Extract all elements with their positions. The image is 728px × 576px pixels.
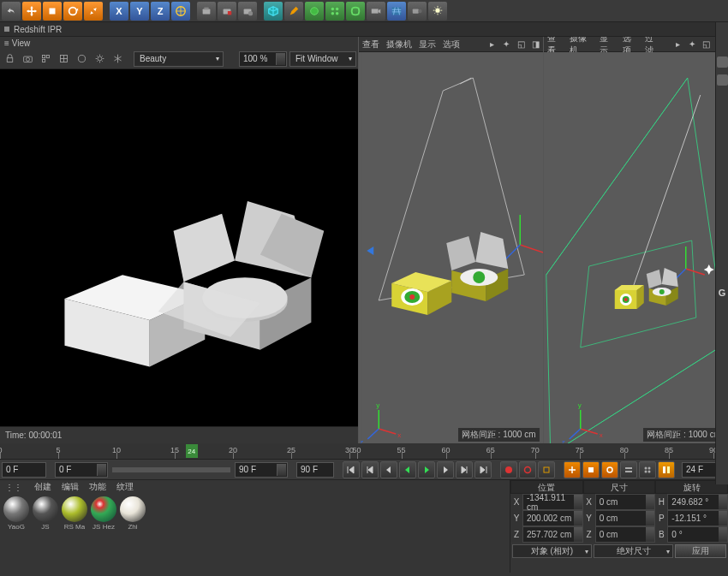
vp-menu-camera[interactable]: 摄像机 (386, 39, 412, 50)
y-axis-button[interactable]: Y (130, 2, 149, 21)
deformer-button[interactable] (346, 2, 365, 21)
gear-icon[interactable] (92, 51, 107, 67)
size-field[interactable]: 0 cm (595, 510, 656, 526)
play-button[interactable] (418, 461, 435, 478)
mat-tab-create[interactable]: 创建 (34, 481, 51, 493)
mat-tab-tex[interactable]: 纹理 (116, 481, 134, 493)
playhead[interactable]: 24 (186, 444, 198, 458)
size-axis-label: Z (583, 526, 595, 543)
last-tool[interactable] (84, 2, 103, 21)
key-pos-button[interactable] (564, 461, 581, 478)
aov-dropdown[interactable]: Beauty (134, 51, 224, 67)
render-settings-button[interactable] (238, 2, 257, 21)
cube-primitive-button[interactable] (264, 2, 283, 21)
pen-tool-button[interactable] (284, 2, 303, 21)
pos-field[interactable]: 257.702 cm (522, 526, 583, 543)
ipr-time: Time: 00:00:01 (5, 431, 62, 440)
vp-nav-icon-2[interactable]: ✦ (503, 40, 510, 48)
circle-icon[interactable] (74, 51, 89, 67)
goto-start-button[interactable] (343, 461, 360, 478)
zoom-field[interactable]: 100 % (239, 51, 287, 67)
array-button[interactable] (325, 2, 344, 21)
vp-menu-view[interactable]: 查看 (362, 39, 379, 50)
z-axis-button[interactable]: Z (151, 2, 170, 21)
vp-nav-icon-3b[interactable]: ◱ (702, 40, 710, 48)
next-frame-button[interactable] (437, 461, 454, 478)
vp-nav-icon-4[interactable]: ◨ (532, 40, 540, 48)
autokey-button[interactable] (519, 461, 536, 478)
size-axis-label: X (583, 494, 595, 510)
scrollbar[interactable] (112, 467, 230, 472)
render-button[interactable] (197, 2, 216, 21)
vp-nav-icon-2b[interactable]: ✦ (689, 40, 695, 48)
coord-mode-2[interactable]: 绝对尺寸 (594, 544, 673, 558)
camera-obj-button[interactable] (408, 2, 427, 21)
vp-menu-display[interactable]: 显示 (419, 39, 436, 50)
vp-menu-options[interactable]: 选项 (443, 39, 460, 50)
size-field[interactable]: 0 cm (595, 494, 656, 510)
record-button[interactable] (500, 461, 517, 478)
key-scale-button[interactable] (582, 461, 600, 478)
render-view[interactable] (0, 69, 358, 426)
right-icon-strip: G (715, 22, 728, 484)
camera-snapshot-icon[interactable] (20, 51, 35, 67)
pos-field[interactable]: -1341.911 cm (522, 494, 583, 510)
key-pla-button[interactable] (639, 461, 656, 478)
fit-dropdown[interactable]: Fit Window (289, 51, 356, 67)
key-param-button[interactable] (620, 461, 637, 478)
scale-tool[interactable] (43, 2, 62, 21)
vp-nav-icon-3[interactable]: ◱ (517, 40, 525, 48)
rot-field[interactable]: -12.151 ° (667, 510, 728, 526)
strip-icon-2[interactable] (717, 74, 728, 86)
coord-mode-1[interactable]: 对象 (相对) (512, 544, 592, 558)
apply-button[interactable]: 应用 (675, 544, 726, 558)
bucket-icon[interactable] (38, 51, 53, 67)
world-axis-button[interactable] (171, 2, 190, 21)
loop-start-field[interactable]: 0 F (55, 462, 108, 478)
freeze-icon[interactable] (110, 51, 125, 67)
end-frame-field[interactable]: 90 F (296, 462, 334, 478)
x-axis-button[interactable]: X (110, 2, 128, 21)
start-frame-field[interactable]: 0 F (2, 462, 46, 478)
keyframe-sel-button[interactable] (538, 461, 555, 478)
loop-end-field[interactable]: 90 F (235, 462, 288, 478)
vp-nav-icon-1b[interactable]: ▸ (674, 40, 681, 48)
rot-field[interactable]: 249.682 ° (667, 494, 728, 510)
strip-icon-1[interactable] (717, 56, 728, 68)
mat-tab-edit[interactable]: 编辑 (62, 481, 79, 493)
light-button[interactable] (428, 2, 447, 21)
mat-tab-func[interactable]: 功能 (89, 481, 106, 493)
next-key-button[interactable] (456, 461, 473, 478)
key-rot-button[interactable] (601, 461, 618, 478)
material-slot[interactable]: JS (31, 496, 60, 571)
material-slot[interactable]: JS Hez (89, 496, 118, 571)
prev-frame-button[interactable] (380, 461, 397, 478)
ipr-time-bar: Time: 00:00:01 (0, 426, 358, 443)
material-slot[interactable]: YaoG (2, 496, 31, 571)
viewport-left[interactable]: 查看 摄像机 显示 选项 ▸ ✦ ◱ ◨ 透视视图 (359, 37, 544, 443)
rotate-tool[interactable] (63, 2, 82, 21)
material-slot[interactable]: RS Ma (60, 496, 89, 571)
viewport-right[interactable]: 查看 摄像机 显示 选项 过滤 ▸ ✦ ◱ ◨ 透视视图 (544, 37, 729, 443)
key-opts-button[interactable] (658, 461, 675, 478)
nurbs-button[interactable] (305, 2, 324, 21)
pos-field[interactable]: 200.002 cm (522, 510, 583, 526)
camera-button[interactable] (367, 2, 385, 21)
render-region-button[interactable] (218, 2, 236, 21)
size-field[interactable]: 0 cm (595, 526, 656, 543)
goto-end-button[interactable] (474, 461, 492, 478)
material-slot[interactable]: Zhi (118, 496, 147, 571)
rot-field[interactable]: 0 ° (667, 526, 728, 543)
floor-button[interactable] (387, 2, 406, 21)
svg-rect-13 (372, 9, 379, 13)
timeline-ruler[interactable]: 24 051015202530505560657075808590 (0, 443, 728, 459)
play-back-button[interactable] (399, 461, 416, 478)
prev-key-button[interactable] (361, 461, 379, 478)
grid-icon[interactable] (56, 51, 71, 67)
ipr-view-header: ≡View (0, 37, 358, 49)
vp-nav-icon-1[interactable]: ▸ (488, 40, 496, 48)
svg-point-70 (645, 470, 647, 472)
undo-button[interactable] (2, 2, 21, 21)
lock-icon[interactable] (2, 51, 17, 67)
move-tool[interactable] (22, 2, 41, 21)
